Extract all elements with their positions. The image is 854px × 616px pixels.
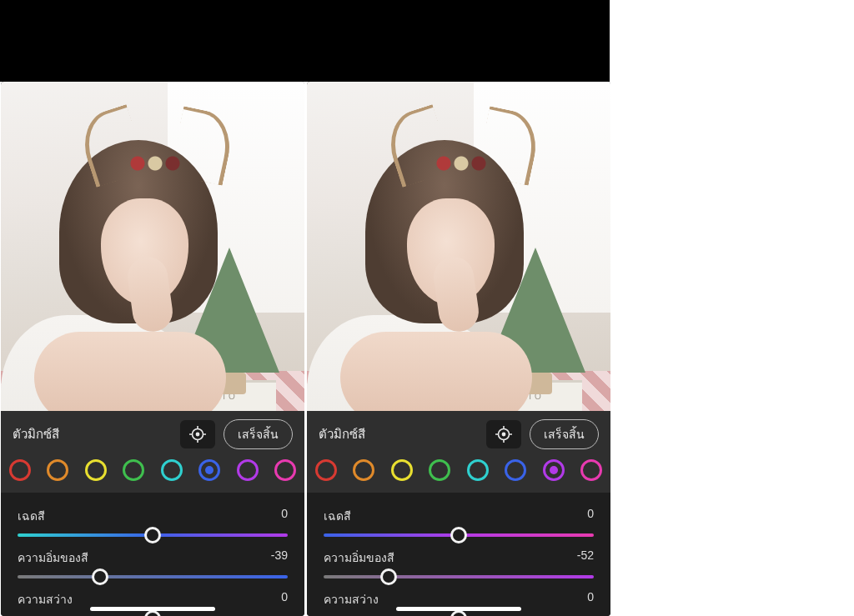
preview-image[interactable]: ONDITIO — [307, 82, 610, 411]
sat-value: -39 — [271, 548, 288, 567]
swatch-yellow[interactable] — [391, 459, 413, 481]
sat-thumb[interactable] — [380, 568, 397, 585]
sat-value: -52 — [577, 548, 594, 567]
color-swatch-row — [307, 454, 610, 493]
swatch-blue[interactable] — [505, 459, 526, 481]
hue-slider[interactable] — [324, 533, 594, 537]
hue-thumb[interactable] — [450, 527, 467, 543]
lum-label: ความสว่าง — [18, 590, 73, 608]
sliders-panel: เฉดสี0 ความอิ่มของสี-52 ความสว่าง0 — [307, 493, 610, 616]
mixer-title: ตัวมิกซ์สี — [13, 424, 172, 444]
swatch-green[interactable] — [123, 459, 144, 481]
lum-row: ความสว่าง0 — [324, 583, 594, 616]
svg-point-5 — [196, 433, 198, 435]
hue-label: เฉดสี — [324, 507, 351, 525]
mixer-header: ตัวมิกซ์สี เสร็จสิ้น — [1, 411, 304, 454]
swatch-magenta[interactable] — [580, 459, 602, 481]
lum-thumb[interactable] — [144, 610, 161, 616]
sat-label: ความอิ่มของสี — [324, 548, 394, 567]
canvas: ONDITIO ตัวมิกซ์สี เสร็จสิ้น เฉดสี0 — [0, 0, 854, 616]
sat-thumb[interactable] — [92, 568, 108, 585]
mixer-title: ตัวมิกซ์สี — [319, 424, 478, 444]
swatch-blue[interactable] — [198, 459, 220, 481]
swatch-orange[interactable] — [47, 459, 68, 481]
home-indicator[interactable] — [396, 607, 521, 611]
hue-value: 0 — [281, 507, 288, 525]
target-icon — [495, 426, 512, 443]
sat-slider[interactable] — [18, 575, 288, 578]
preview-image[interactable]: ONDITIO — [1, 82, 304, 411]
sat-label: ความอิ่มของสี — [18, 548, 88, 567]
target-adjust-button[interactable] — [486, 420, 521, 448]
sat-slider[interactable] — [324, 575, 594, 578]
done-button[interactable]: เสร็จสิ้น — [530, 419, 599, 449]
swatch-yellow[interactable] — [85, 459, 107, 481]
hue-slider[interactable] — [18, 533, 288, 537]
home-indicator[interactable] — [90, 607, 215, 611]
color-swatch-row — [1, 454, 304, 493]
swatch-magenta[interactable] — [274, 459, 296, 481]
phone-screenshot-right: ONDITIO ตัวมิกซ์สี เสร็จสิ้น เฉดสี0 — [307, 82, 610, 616]
article-header-blackbar — [0, 0, 610, 82]
swatch-green[interactable] — [429, 459, 450, 481]
sliders-panel: เฉดสี0 ความอิ่มของสี-39 ความสว่าง0 — [1, 493, 304, 616]
hue-thumb[interactable] — [144, 527, 161, 543]
swatch-purple[interactable] — [237, 459, 259, 481]
done-button[interactable]: เสร็จสิ้น — [224, 419, 293, 449]
lum-value: 0 — [587, 590, 594, 608]
hue-row: เฉดสี0 — [324, 499, 594, 541]
mixer-header: ตัวมิกซ์สี เสร็จสิ้น — [307, 411, 610, 454]
swatch-aqua[interactable] — [161, 459, 183, 481]
phone-screenshot-left: ONDITIO ตัวมิกซ์สี เสร็จสิ้น เฉดสี0 — [1, 82, 304, 616]
lum-label: ความสว่าง — [324, 590, 379, 608]
sat-row: ความอิ่มของสี-39 — [18, 541, 288, 583]
lum-value: 0 — [281, 590, 288, 608]
svg-point-11 — [502, 433, 505, 435]
target-icon — [189, 426, 206, 443]
swatch-orange[interactable] — [353, 459, 374, 481]
swatch-purple[interactable] — [543, 459, 565, 481]
sat-row: ความอิ่มของสี-52 — [324, 541, 594, 583]
swatch-red[interactable] — [315, 459, 337, 481]
lum-row: ความสว่าง0 — [18, 583, 288, 616]
swatch-red[interactable] — [9, 459, 31, 481]
lum-thumb[interactable] — [450, 610, 467, 616]
hue-row: เฉดสี0 — [18, 499, 288, 541]
swatch-aqua[interactable] — [467, 459, 489, 481]
hue-label: เฉดสี — [18, 507, 45, 525]
target-adjust-button[interactable] — [180, 420, 215, 448]
hue-value: 0 — [587, 507, 594, 525]
